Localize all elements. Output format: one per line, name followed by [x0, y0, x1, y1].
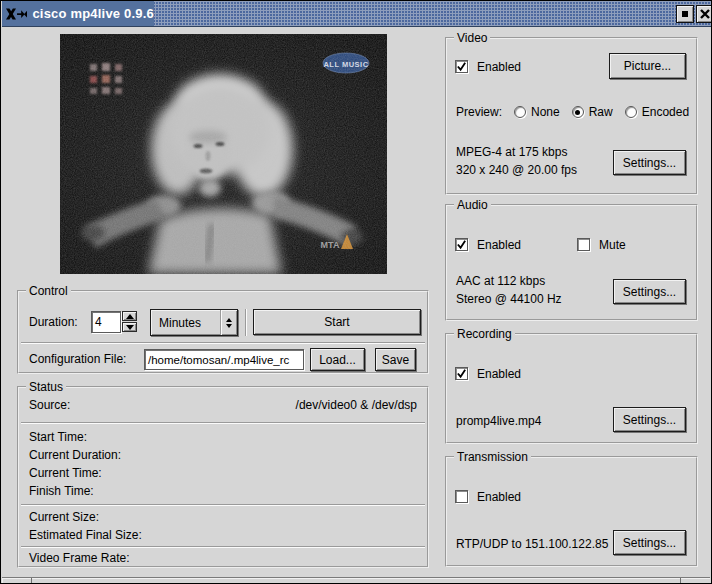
video-size-info: 320 x 240 @ 20.00 fps	[456, 163, 577, 177]
app-window: cisco mp4live 0.9.6	[0, 0, 712, 584]
video-enabled-checkbox[interactable]	[455, 60, 468, 73]
resize-notch-right	[680, 578, 681, 583]
status-divider-1	[21, 422, 425, 424]
check-icon	[456, 368, 467, 379]
audio-enabled-checkbox[interactable]	[455, 238, 468, 251]
video-enabled-label: Enabled	[477, 60, 521, 74]
titlebar[interactable]: cisco mp4live 0.9.6	[2, 1, 712, 27]
video-frame-rate-label: Video Frame Rate:	[29, 551, 130, 565]
window-title: cisco mp4live 0.9.6	[32, 6, 154, 21]
control-group: Control Duration: 4 Minutes Start Config…	[17, 290, 429, 374]
video-settings-button[interactable]: Settings...	[613, 150, 686, 175]
current-size-label: Current Size:	[29, 510, 99, 524]
finish-time-label: Finish Time:	[29, 484, 94, 498]
video-frame-image: ALL MUSIC MTA	[60, 34, 387, 274]
transmission-target-info: RTP/UDP to 151.100.122.85	[456, 537, 608, 551]
close-icon	[700, 9, 710, 19]
start-button[interactable]: Start	[253, 309, 421, 335]
recording-file-name: promp4live.mp4	[456, 414, 541, 428]
video-preview: ALL MUSIC MTA	[60, 34, 387, 274]
recording-group: Recording Enabled promp4live.mp4 Setting…	[445, 333, 698, 444]
duration-units-dropdown[interactable]: Minutes	[150, 309, 238, 336]
control-vertical-divider	[245, 309, 247, 336]
duration-label: Duration:	[29, 315, 78, 329]
maximize-icon	[682, 11, 688, 17]
audio-group-label: Audio	[454, 198, 491, 212]
recording-enabled-label: Enabled	[477, 367, 521, 381]
preview-option-encoded[interactable]: Encoded	[625, 105, 689, 119]
duration-units-value: Minutes	[151, 316, 220, 330]
audio-settings-button[interactable]: Settings...	[613, 279, 686, 304]
video-group-label: Video	[454, 31, 490, 45]
picture-button[interactable]: Picture...	[609, 53, 686, 79]
check-icon	[456, 239, 467, 250]
radio-dot-icon	[575, 110, 580, 115]
status-divider-2	[21, 504, 425, 506]
audio-enabled-label: Enabled	[477, 238, 521, 252]
current-duration-label: Current Duration:	[29, 448, 121, 462]
control-divider	[21, 342, 425, 344]
transmission-enabled-checkbox[interactable]	[455, 490, 468, 503]
estimated-final-size-label: Estimated Final Size:	[29, 528, 142, 542]
video-codec-info: MPEG-4 at 175 kbps	[456, 145, 567, 159]
load-button[interactable]: Load...	[310, 348, 365, 371]
audio-rate-info: Stereo @ 44100 Hz	[456, 292, 562, 306]
mute-checkbox[interactable]	[577, 238, 590, 251]
control-group-label: Control	[26, 284, 71, 298]
status-group: Status Source: /dev/video0 & /dev/dsp St…	[17, 386, 429, 568]
maximize-button[interactable]	[676, 5, 694, 23]
titlebar-label-area: cisco mp4live 0.9.6	[2, 1, 154, 26]
config-file-input[interactable]: /home/tomosan/.mp4live_rc	[144, 349, 304, 370]
preview-encoded-label: Encoded	[642, 105, 689, 119]
preview-option-raw[interactable]: Raw	[572, 105, 613, 119]
preview-none-label: None	[531, 105, 560, 119]
video-group: Video Enabled Picture... Preview: None R…	[445, 37, 698, 195]
updown-arrows-icon	[220, 310, 237, 335]
spin-up-button[interactable]	[122, 311, 137, 321]
recording-enabled-checkbox[interactable]	[455, 367, 468, 380]
status-group-label: Status	[26, 380, 66, 394]
config-file-label: Configuration File:	[29, 352, 126, 366]
close-button[interactable]	[696, 5, 712, 23]
resize-notch-left	[31, 578, 32, 583]
duration-input[interactable]: 4	[91, 311, 121, 333]
window-resize-rail[interactable]	[2, 577, 710, 583]
save-button[interactable]: Save	[375, 348, 416, 371]
transmission-settings-button[interactable]: Settings...	[613, 530, 686, 555]
source-value: /dev/video0 & /dev/dsp	[296, 398, 417, 412]
preview-radio-row: Preview: None Raw Encoded	[456, 105, 689, 119]
triangle-down-icon	[126, 325, 134, 330]
transmission-group: Transmission Enabled RTP/UDP to 151.100.…	[445, 456, 698, 567]
start-time-label: Start Time:	[29, 430, 87, 444]
radio-raw-selected[interactable]	[572, 106, 584, 118]
x11-logo-pin-icon	[6, 6, 27, 22]
spin-down-button[interactable]	[122, 322, 137, 332]
recording-group-label: Recording	[454, 327, 515, 341]
radio-encoded[interactable]	[625, 106, 637, 118]
audio-group: Audio Enabled Mute AAC at 112 kbps Stere…	[445, 204, 698, 321]
recording-settings-button[interactable]: Settings...	[613, 407, 686, 432]
preview-option-none[interactable]: None	[514, 105, 560, 119]
transmission-enabled-label: Enabled	[477, 490, 521, 504]
preview-raw-label: Raw	[589, 105, 613, 119]
mute-label: Mute	[599, 238, 626, 252]
radio-none[interactable]	[514, 106, 526, 118]
preview-label: Preview:	[456, 105, 502, 119]
audio-codec-info: AAC at 112 kbps	[456, 274, 545, 288]
transmission-group-label: Transmission	[454, 450, 531, 464]
current-time-label: Current Time:	[29, 466, 102, 480]
source-label: Source:	[29, 398, 70, 412]
check-icon	[456, 61, 467, 72]
status-divider-3	[21, 546, 425, 548]
triangle-up-icon	[126, 314, 134, 319]
duration-spinner	[122, 311, 137, 332]
